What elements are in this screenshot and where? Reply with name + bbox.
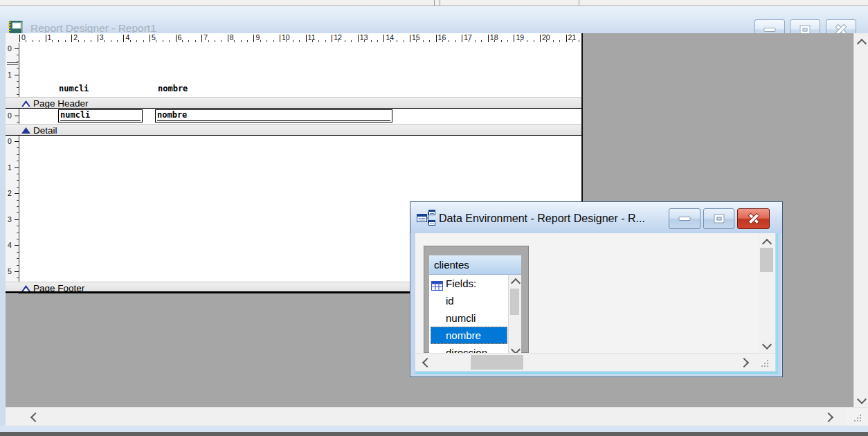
dialog-title: Data Environment - Report Designer - R..… — [439, 212, 645, 225]
scroll-right-icon[interactable] — [824, 412, 833, 422]
ruler-number: 0 — [8, 137, 12, 145]
report-label-numcli[interactable]: numcli — [59, 84, 89, 93]
ruler-tick — [156, 40, 156, 42]
field-item-label: numcli — [446, 309, 476, 327]
ruler-tick — [195, 40, 196, 42]
ruler-number: 0 — [8, 44, 12, 53]
field-item-fields[interactable]: Fields: — [429, 275, 508, 292]
ruler-tick — [17, 200, 19, 201]
window-frame-bottom — [0, 426, 868, 432]
ruler-number: 3 — [8, 215, 12, 224]
ruler-number: 4 — [8, 241, 12, 249]
scroll-up-icon[interactable] — [857, 39, 867, 48]
ruler-tick — [17, 187, 19, 188]
ruler-tick — [306, 35, 307, 42]
report-field-nombre[interactable]: nombre — [155, 109, 392, 122]
field-item-nombre[interactable]: nombre — [431, 327, 507, 344]
ruler-tick — [26, 40, 26, 42]
ruler-tick — [136, 40, 137, 42]
ruler-tick — [286, 40, 287, 42]
ruler-tick — [104, 40, 105, 42]
ruler-number: 1 — [8, 163, 12, 172]
ruler-tick — [17, 81, 19, 82]
band-triangle-icon[interactable] — [21, 285, 30, 291]
ruler-tick — [17, 226, 19, 226]
ruler-tick — [404, 40, 404, 42]
ruler-tick — [566, 35, 567, 42]
frame-accent — [777, 233, 778, 372]
ruler-tick — [442, 40, 443, 42]
ruler-tick — [17, 154, 19, 155]
ruler-tick — [176, 35, 177, 42]
ruler-tick — [17, 212, 19, 213]
ruler-tick — [17, 161, 19, 161]
ruler-tick — [260, 40, 261, 42]
ruler-tick — [215, 40, 215, 42]
scroll-left-icon[interactable] — [422, 358, 432, 367]
ruler-tick — [501, 40, 502, 42]
ruler-number: 8 — [230, 33, 234, 42]
report-designer-titlebar[interactable]: Report Designer - Report1 — [0, 6, 868, 33]
scroll-up-icon[interactable] — [511, 278, 521, 288]
ruler-tick — [332, 35, 332, 42]
ruler-tick — [299, 40, 300, 42]
band-triangle-icon[interactable] — [21, 127, 30, 134]
dialog-horizontal-scrollbar[interactable] — [415, 353, 756, 371]
ruler-tick — [17, 147, 19, 148]
ruler-tick — [429, 40, 430, 42]
scrollbar-thumb[interactable] — [510, 289, 519, 315]
band-bar-detail[interactable]: Detail — [6, 124, 581, 136]
dialog-minimize-button[interactable] — [669, 208, 700, 229]
field-item-numcli[interactable]: numcli — [429, 309, 508, 327]
ruler-tick — [455, 40, 456, 42]
dialog-close-button[interactable] — [737, 208, 770, 229]
ruler-tick — [84, 40, 85, 42]
ruler-tick — [17, 122, 19, 122]
ruler-tick — [17, 239, 19, 239]
ruler-tick — [17, 233, 19, 233]
report-label-nombre[interactable]: nombre — [158, 84, 188, 93]
scroll-down-icon[interactable] — [857, 394, 867, 404]
main-vertical-scrollbar[interactable] — [853, 33, 868, 407]
ruler-tick — [130, 40, 131, 42]
resize-grip-icon[interactable] — [854, 415, 856, 416]
band-label: Detail — [33, 125, 57, 136]
dialog-maximize-button[interactable] — [703, 208, 734, 229]
scroll-right-icon[interactable] — [739, 358, 749, 367]
ruler-tick — [58, 40, 59, 42]
toolbar-separator — [440, 0, 440, 6]
ruler-tick — [117, 40, 118, 42]
ruler-tick — [534, 40, 534, 42]
report-field-numcli[interactable]: numcli — [58, 109, 143, 122]
ruler-tick — [241, 40, 242, 42]
ruler-tick — [481, 40, 482, 42]
ruler-tick — [15, 116, 19, 116]
band-triangle-icon[interactable] — [21, 100, 30, 107]
scroll-left-icon[interactable] — [30, 412, 40, 422]
ruler-tick — [17, 94, 19, 95]
scrollbar-thumb[interactable] — [471, 355, 523, 370]
field-item-id[interactable]: id — [429, 292, 508, 309]
ruler-tick — [546, 40, 547, 42]
ruler-tick — [15, 167, 19, 168]
ruler-tick — [345, 40, 345, 42]
frame-accent — [415, 372, 778, 374]
main-horizontal-scrollbar[interactable] — [6, 407, 846, 426]
cursor-panel-title[interactable]: clientes — [429, 255, 521, 275]
ruler-tick — [383, 35, 384, 42]
data-environment-icon — [417, 210, 436, 229]
ruler-tick — [15, 141, 19, 142]
ruler-tick — [449, 40, 449, 42]
ruler-tick — [312, 40, 313, 42]
resize-grip-icon[interactable] — [761, 360, 763, 361]
field-item-direccion[interactable]: direccion — [429, 344, 508, 353]
scroll-up-icon[interactable] — [762, 239, 772, 248]
ruler-tick — [280, 35, 280, 42]
scrollbar-thumb[interactable] — [760, 248, 773, 272]
scroll-down-icon[interactable] — [762, 340, 772, 349]
ruler-tick — [221, 40, 221, 42]
ruler-number: 4 — [125, 33, 129, 42]
band-bar-page-header[interactable]: Page Header — [6, 97, 581, 109]
ruler-tick — [494, 40, 495, 42]
ruler-tick — [521, 40, 521, 42]
